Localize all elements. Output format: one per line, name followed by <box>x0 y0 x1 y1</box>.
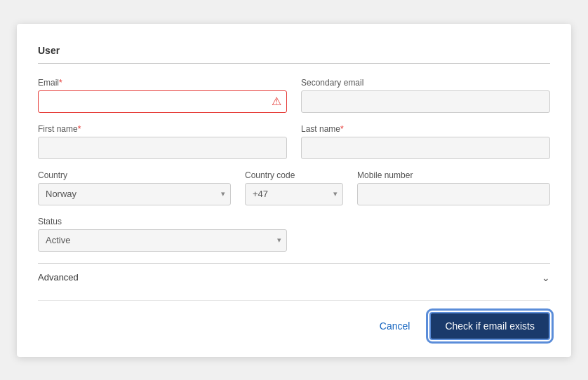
email-input[interactable] <box>38 90 287 113</box>
section-divider <box>38 63 550 64</box>
country-code-select[interactable]: +47 +46 +45 <box>245 183 343 205</box>
status-select-wrapper: Active Inactive ▾ <box>38 229 287 252</box>
mobile-label: Mobile number <box>357 170 550 180</box>
country-label: Country <box>38 170 231 180</box>
name-row: First name* Last name* <box>38 124 550 159</box>
country-code-select-wrapper: +47 +46 +45 ▾ <box>245 183 343 205</box>
status-group: Status Active Inactive ▾ <box>38 217 287 252</box>
last-name-group: Last name* <box>301 124 550 159</box>
first-name-group: First name* <box>38 124 287 159</box>
first-name-input[interactable] <box>38 137 287 159</box>
status-row: Status Active Inactive ▾ <box>38 217 550 252</box>
first-name-label: First name* <box>38 124 287 134</box>
email-row: Email* ⚠ Secondary email <box>38 78 550 113</box>
cancel-button[interactable]: Cancel <box>371 315 419 337</box>
country-row: Country Norway Sweden Denmark ▾ Country … <box>38 170 550 205</box>
email-input-wrapper: ⚠ <box>38 90 287 113</box>
country-select[interactable]: Norway Sweden Denmark <box>38 183 231 205</box>
email-label: Email* <box>38 78 287 88</box>
country-code-label: Country code <box>245 170 343 180</box>
advanced-chevron-icon: ⌄ <box>542 272 550 283</box>
status-select[interactable]: Active Inactive <box>38 229 287 252</box>
last-name-input[interactable] <box>301 137 550 159</box>
advanced-section[interactable]: Advanced ⌄ <box>38 263 550 283</box>
user-form-modal: User Email* ⚠ Secondary email First name… <box>17 24 571 357</box>
secondary-email-group: Secondary email <box>301 78 550 113</box>
mobile-group: Mobile number <box>357 170 550 205</box>
country-select-wrapper: Norway Sweden Denmark ▾ <box>38 183 231 205</box>
mobile-input[interactable] <box>357 183 550 205</box>
status-label: Status <box>38 217 287 226</box>
section-title: User <box>38 45 550 56</box>
country-code-group: Country code +47 +46 +45 ▾ <box>245 170 343 205</box>
email-group: Email* ⚠ <box>38 78 287 113</box>
check-email-button[interactable]: Check if email exists <box>429 312 550 340</box>
advanced-label: Advanced <box>38 272 79 283</box>
country-group: Country Norway Sweden Denmark ▾ <box>38 170 231 205</box>
secondary-email-label: Secondary email <box>301 78 550 88</box>
last-name-label: Last name* <box>301 124 550 134</box>
form-footer: Cancel Check if email exists <box>38 300 550 340</box>
status-spacer <box>301 217 550 252</box>
secondary-email-input[interactable] <box>301 90 550 113</box>
